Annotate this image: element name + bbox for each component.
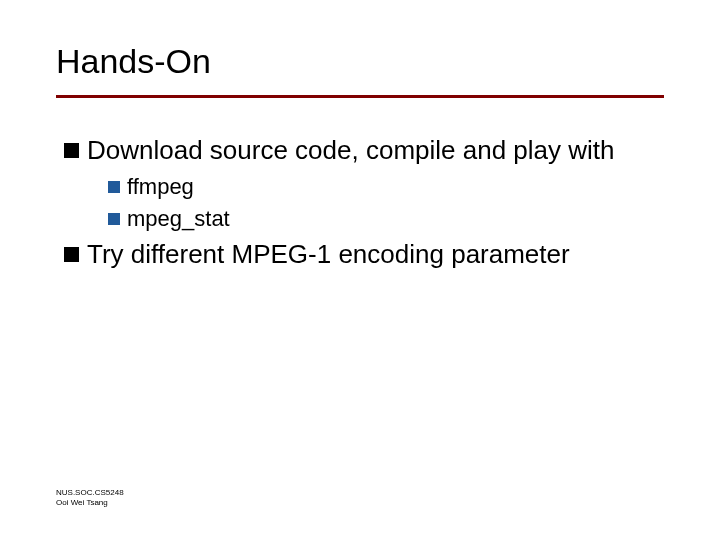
- square-bullet-icon: [108, 181, 120, 193]
- list-item: Download source code, compile and play w…: [64, 134, 664, 167]
- list-item: Try different MPEG-1 encoding parameter: [64, 238, 664, 271]
- list-item-text: ffmpeg: [127, 173, 194, 202]
- footer-line: NUS.SOC.CS5248: [56, 488, 124, 498]
- footer: NUS.SOC.CS5248 Ooi Wei Tsang: [56, 488, 124, 508]
- list-item: mpeg_stat: [108, 205, 664, 234]
- list-item-text: mpeg_stat: [127, 205, 230, 234]
- slide-title: Hands-On: [56, 42, 664, 93]
- square-bullet-icon: [64, 247, 79, 262]
- square-bullet-icon: [64, 143, 79, 158]
- footer-line: Ooi Wei Tsang: [56, 498, 124, 508]
- square-bullet-icon: [108, 213, 120, 225]
- slide-body: Download source code, compile and play w…: [56, 134, 664, 270]
- list-item-text: Try different MPEG-1 encoding parameter: [87, 238, 570, 271]
- list-item-text: Download source code, compile and play w…: [87, 134, 615, 167]
- list-item: ffmpeg: [108, 173, 664, 202]
- title-rule: [56, 95, 664, 98]
- sub-list: ffmpeg mpeg_stat: [108, 173, 664, 234]
- slide: Hands-On Download source code, compile a…: [0, 0, 720, 540]
